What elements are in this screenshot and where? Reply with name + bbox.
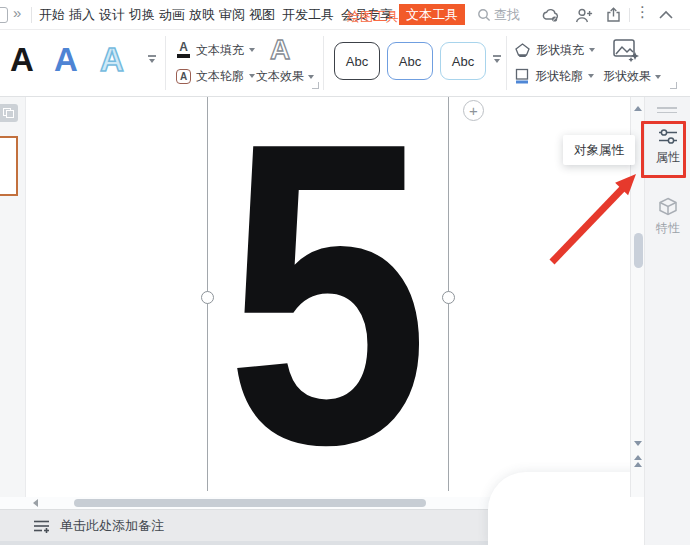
chevron-down-icon — [249, 48, 255, 52]
bottom-right-panel — [488, 472, 648, 545]
text-style-preset-black[interactable]: A — [2, 38, 42, 82]
chevron-down-icon — [308, 75, 314, 79]
chevron-down-icon — [655, 75, 661, 79]
shape-outline-icon — [514, 68, 530, 84]
search-control[interactable]: 查找 — [477, 6, 520, 24]
shape-style-preset-blue[interactable]: Abc — [387, 42, 433, 80]
more-options-icon[interactable]: ⋮ — [635, 3, 650, 21]
text-fill-label: 文本填充 — [196, 42, 244, 59]
more-tabs-icon[interactable]: » — [13, 4, 21, 21]
text-effects-icon[interactable]: A — [270, 36, 290, 64]
selected-text-box[interactable]: 5 — [208, 97, 448, 491]
shape-fill-label: 形状填充 — [536, 42, 584, 59]
menu-tab-design[interactable]: 设计 — [99, 6, 125, 24]
menu-tab-developer[interactable]: 开发工具 — [282, 6, 334, 24]
shape-fill-button[interactable]: 形状填充 — [514, 39, 595, 61]
text-outline-label: 文本轮廓 — [196, 68, 244, 85]
slide-canvas[interactable]: 5 + — [26, 97, 630, 497]
slide-text[interactable]: 5 — [226, 97, 429, 492]
resize-handle-left[interactable] — [201, 291, 214, 304]
cube-icon — [658, 197, 678, 216]
window-icon — [0, 7, 8, 23]
text-effects-button[interactable]: 文本效果 — [256, 68, 314, 85]
horizontal-scrollbar[interactable] — [0, 497, 490, 509]
next-slide-icon[interactable] — [634, 462, 642, 467]
panel-drag-handle-icon[interactable] — [657, 107, 677, 116]
wps-presentation-window: » 开始 插入 设计 切换 动画 放映 审阅 视图 开发工具 会员专享 绘图工具… — [0, 0, 690, 545]
shape-outline-label: 形状轮廓 — [535, 68, 583, 85]
chevron-down-icon — [249, 74, 255, 78]
new-slide-button[interactable] — [0, 104, 18, 122]
shape-style-preset-black[interactable]: Abc — [334, 42, 380, 80]
divider — [31, 7, 32, 23]
menu-tab-review[interactable]: 审阅 — [219, 6, 245, 24]
text-style-preset-outline[interactable]: A — [92, 38, 132, 82]
resize-handle-right[interactable] — [442, 291, 455, 304]
add-placeholder-button[interactable]: + — [463, 100, 484, 121]
notes-placeholder[interactable]: 单击此处添加备注 — [60, 517, 164, 535]
cloud-sync-icon[interactable] — [541, 6, 561, 24]
menu-tab-insert[interactable]: 插入 — [69, 6, 95, 24]
scroll-up-icon[interactable] — [634, 106, 642, 111]
shape-effects-label: 形状效果 — [603, 68, 651, 85]
menu-tab-text-tools[interactable]: 文本工具 — [399, 4, 465, 25]
text-style-preset-blue[interactable]: A — [46, 38, 86, 82]
share-icon[interactable] — [603, 6, 623, 24]
text-fill-icon: A — [176, 42, 191, 58]
tooltip-text: 对象属性 — [574, 142, 624, 159]
menu-tab-slideshow[interactable]: 放映 — [189, 6, 215, 24]
text-outline-button[interactable]: A 文本轮廓 — [176, 65, 255, 87]
text-style-gallery-more-button[interactable] — [144, 48, 160, 70]
features-label: 特性 — [656, 220, 680, 237]
scroll-left-icon[interactable] — [33, 499, 38, 507]
shape-fill-icon — [514, 42, 531, 58]
highlight-red-box — [641, 121, 686, 178]
search-icon — [477, 8, 491, 22]
shape-outline-button[interactable]: 形状轮廓 — [514, 65, 594, 87]
add-user-icon[interactable] — [574, 6, 594, 24]
menu-tab-animation[interactable]: 动画 — [159, 6, 185, 24]
add-notes-icon — [33, 519, 52, 534]
menu-tab-home[interactable]: 开始 — [39, 6, 65, 24]
menu-tab-transition[interactable]: 切换 — [129, 6, 155, 24]
object-properties-tooltip: 对象属性 — [563, 135, 635, 165]
chevron-down-icon — [588, 74, 594, 78]
menu-tab-view[interactable]: 视图 — [249, 6, 275, 24]
features-button[interactable]: 特性 — [645, 197, 690, 237]
collapse-ribbon-icon[interactable] — [656, 6, 676, 24]
text-fill-button[interactable]: A 文本填充 — [176, 39, 255, 61]
shape-effects-icon[interactable] — [612, 37, 640, 63]
search-label: 查找 — [494, 6, 520, 24]
slide-thumbnail-selected[interactable] — [0, 136, 18, 196]
horizontal-scrollbar-thumb[interactable] — [74, 499, 426, 507]
shape-effects-button[interactable]: 形状效果 — [603, 68, 661, 85]
menu-bar: » 开始 插入 设计 切换 动画 放映 审阅 视图 开发工具 会员专享 绘图工具… — [0, 0, 690, 30]
chevron-down-icon — [589, 48, 595, 52]
vertical-scrollbar-thumb[interactable] — [634, 233, 643, 268]
text-effects-label: 文本效果 — [256, 68, 304, 85]
menu-tab-drawing-tools[interactable]: 绘图工具 — [347, 8, 399, 26]
shape-style-preset-lightblue[interactable]: Abc — [440, 42, 486, 80]
shape-style-gallery-more-button[interactable] — [489, 48, 505, 70]
scroll-down-icon[interactable] — [634, 441, 642, 446]
previous-slide-icon[interactable] — [634, 455, 642, 460]
slide-thumbnail-panel — [0, 97, 26, 497]
text-outline-icon: A — [176, 69, 191, 84]
text-tools-ribbon: A A A A 文本填充 A 文本轮廓 A 文本效果 Abc Abc Abc — [0, 30, 690, 97]
divider — [629, 8, 630, 22]
menu-tabs: 开始 插入 设计 切换 动画 放映 审阅 视图 开发工具 会员专享 — [39, 0, 393, 30]
